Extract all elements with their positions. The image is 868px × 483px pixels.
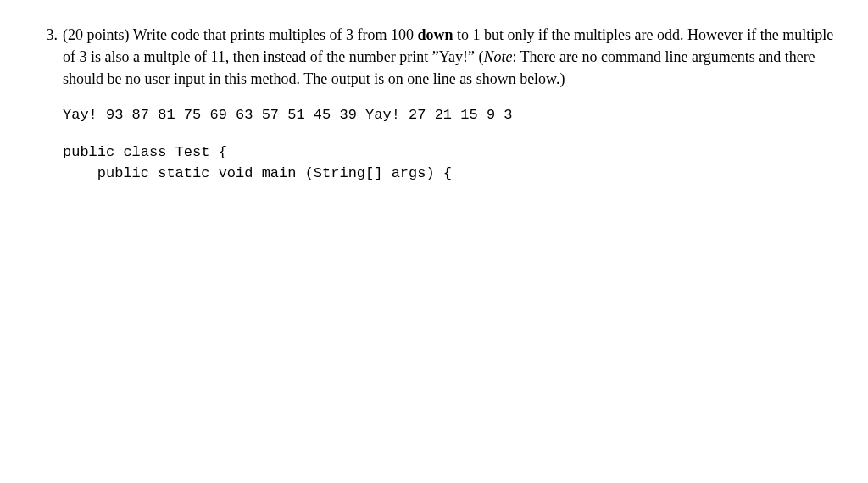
points-label: (20 points) bbox=[63, 26, 130, 43]
code-line-1: public class Test { bbox=[63, 144, 227, 160]
problem-number: 3. bbox=[34, 24, 58, 46]
expected-output: Yay! 93 87 81 75 69 63 57 51 45 39 Yay! … bbox=[63, 105, 834, 126]
statement-text-1: Write code that prints multiples of 3 fr… bbox=[130, 26, 418, 43]
bold-down: down bbox=[417, 26, 453, 43]
problem-statement: (20 points) Write code that prints multi… bbox=[63, 24, 834, 90]
exam-problem: 3. (20 points) Write code that prints mu… bbox=[34, 24, 834, 185]
code-line-2: public static void main (String[] args) … bbox=[63, 165, 452, 181]
code-stub: public class Test { public static void m… bbox=[63, 142, 834, 185]
problem-body: (20 points) Write code that prints multi… bbox=[63, 24, 834, 185]
note-label: Note bbox=[483, 48, 512, 65]
